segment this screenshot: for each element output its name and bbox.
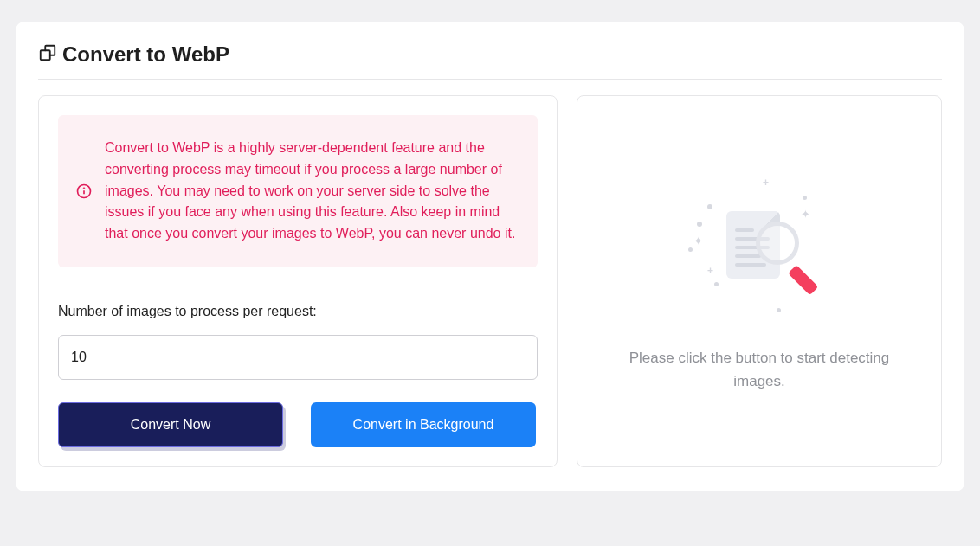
warning-alert: Convert to WebP is a highly server-depen… [58, 115, 538, 267]
warning-text: Convert to WebP is a highly server-depen… [105, 138, 519, 245]
content-columns: Convert to WebP is a highly server-depen… [38, 95, 942, 467]
images-per-request-input[interactable] [58, 335, 538, 380]
convert-icon [38, 43, 57, 66]
images-per-request-label: Number of images to process per request: [58, 304, 538, 319]
info-icon [75, 183, 93, 200]
settings-panel: Convert to WebP is a highly server-depen… [38, 95, 558, 467]
button-row: Convert Now Convert in Background [58, 402, 538, 447]
empty-state-illustration: ✦ ✦ + + [673, 170, 846, 334]
results-panel: ✦ ✦ + + Please click the button to start… [577, 95, 942, 467]
page-title: Convert to WebP [62, 42, 229, 67]
empty-state-text: Please click the button to start detecti… [621, 346, 898, 393]
main-card: Convert to WebP Convert to WebP is a hig… [16, 22, 964, 491]
svg-rect-0 [41, 50, 50, 60]
svg-point-2 [84, 188, 85, 189]
convert-now-button[interactable]: Convert Now [58, 402, 283, 447]
page-header: Convert to WebP [38, 42, 942, 80]
convert-background-button[interactable]: Convert in Background [311, 402, 536, 447]
